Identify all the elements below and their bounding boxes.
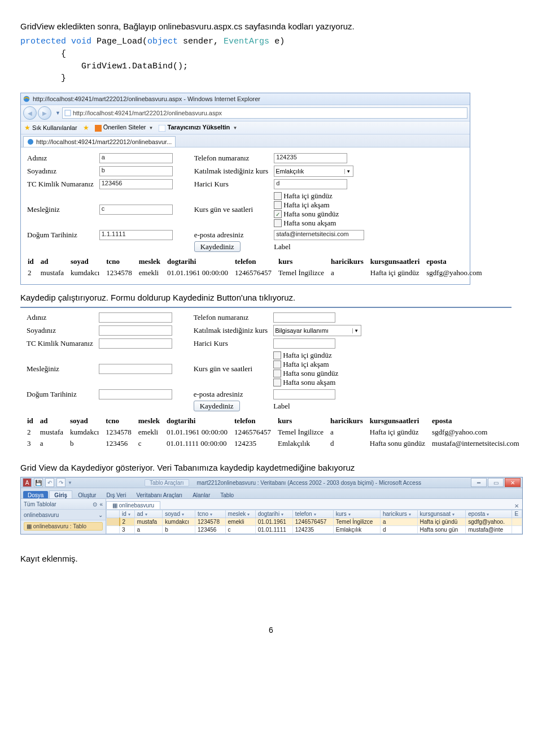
ie-titlebar: http://localhost:49241/mart222012/online… [21,93,470,105]
ie-window: http://localhost:49241/mart222012/online… [20,93,470,285]
col-kurs[interactable]: kurs▾ [333,510,380,518]
input-telefon-2[interactable] [273,312,335,323]
tab-fields[interactable]: Alanlar [188,491,215,498]
sheet-close-icon[interactable]: ✕ [511,503,522,509]
paragraph-4: Kayıt eklenmiş. [20,554,522,563]
label-harici: Harici Kurs [191,178,271,190]
sheet-tab[interactable]: ▦ onlinebasvuru [106,501,160,509]
tab-home[interactable]: Giriş [49,490,72,498]
ie-logo-icon [23,95,30,103]
window-title: mart2212onlinebasvuru : Veritabanı (Acce… [197,480,421,486]
svg-point-3 [28,139,33,145]
minimize-button[interactable]: ━ [471,478,487,487]
submit-button-2[interactable]: Kaydediniz [194,401,240,411]
input-dogum-2[interactable] [99,389,172,399]
nav-table-item[interactable]: ▦ onlinebasvuru : Tablo [24,522,103,531]
checkbox2-s1[interactable] [273,351,281,359]
col-kursgunsaat[interactable]: kursgunsaat▾ [417,510,466,518]
input-soyadiniz-2[interactable] [99,325,172,336]
checkbox-s2[interactable] [274,201,282,209]
label-dogum: Doğum Tarihiniz [24,229,97,241]
ie-tab-bar: http://localhost:49241/mart222012/online… [21,134,470,147]
table-row: 2mustafakumdakcı 1234578emekli01.01.1961… [24,427,523,438]
fav-add-button[interactable]: ★ [83,124,89,132]
nav-header[interactable]: Tüm Tablolar ⊙« [21,499,106,510]
dropdown-icon[interactable]: ▼ [55,110,60,116]
context-tab-label: Tablo Araçları [145,479,189,486]
checkbox2-s2[interactable] [273,360,281,368]
input-eposta[interactable]: stafa@internetsitecisi.com [274,230,364,240]
paragraph-3: Grid View da Kaydediyor gösteriyor. Veri… [20,463,522,472]
upgrade-browser-button[interactable]: Tarayıcınızı Yükseltin ▼ [159,124,237,131]
tab-create[interactable]: Oluştur [73,491,100,498]
favorites-button[interactable]: ★ Sık Kullanılanlar [24,124,77,132]
checkbox2-s4[interactable] [273,379,281,386]
back-button[interactable]: ◄ [23,106,37,120]
ie-address-bar: ◄ ► ▼ http://localhost:49241/mart222012/… [21,105,470,121]
input-dogum[interactable]: 1.1.1111 [99,230,173,240]
table-row: 2mustafakumdakcı 1234578emekli01.01.1961… [24,267,486,279]
url-field[interactable]: http://localhost:49241/mart222012/online… [62,107,467,119]
page-number: 6 [20,625,522,635]
col-telefon[interactable]: telefon▾ [292,510,333,518]
table-row[interactable]: 3ab 123456c01.01.1111 124235Emlakçılıkd … [107,526,522,534]
checkbox-s1[interactable] [274,192,282,200]
input-meslek[interactable]: c [99,205,173,215]
label-soyadiniz: Soyadınız [24,164,97,178]
col-ad[interactable]: ad▾ [134,510,163,518]
access-nav-pane: Tüm Tablolar ⊙« onlinebasvuru⌄ ▦ onlineb… [21,499,106,534]
gridview-2: idadsoyad tcnomeslekdogtarihi telefonkur… [24,415,523,449]
table-icon: ▦ [112,502,117,509]
maximize-button[interactable]: ▭ [488,478,504,487]
col-haricikurs[interactable]: haricikurs▾ [380,510,417,518]
col-dogtarihi[interactable]: dogtarihi▾ [255,510,292,518]
input-adiniz-2[interactable] [99,312,172,323]
access-datasheet: ▦ onlinebasvuru ✕ id▾ ad▾ soyad▾ tcno▾ m… [106,499,522,534]
submit-button[interactable]: Kaydediniz [194,241,241,252]
select-kurs-2[interactable]: Bilgisayar kullanımı▼ [273,325,361,336]
search-icon[interactable]: ⊙ [93,501,97,507]
col-extra[interactable]: E [512,510,522,518]
save-icon[interactable]: 💾 [34,478,43,487]
col-soyad[interactable]: soyad▾ [163,510,195,518]
page-icon [64,110,71,116]
label-saat: Kurs gün ve saatleri [191,190,271,229]
tab-table[interactable]: Tablo [216,491,238,498]
select-kurs[interactable]: Emlakçılık▼ [274,166,353,177]
tab-external[interactable]: Dış Veri [102,491,130,498]
col-meslek[interactable]: meslek▾ [225,510,255,518]
browser-tab[interactable]: http://localhost:49241/mart222012/online… [23,136,176,147]
input-meslek-2[interactable] [99,364,172,374]
table-row: 3ab 123456c01.01.1111 00:00:00 124235Eml… [24,438,523,449]
col-tcno[interactable]: tcno▾ [195,510,225,518]
close-button[interactable]: ✕ [505,478,521,487]
redo-icon[interactable]: ↷ [56,478,65,487]
access-quick-access-toolbar: A 💾 ↶ ↷ ▼ Tablo Araçları mart2212onlineb… [21,477,522,488]
input-adiniz[interactable]: a [99,153,173,163]
paragraph-2: Kaydedip çalıştırıyoruz. Formu doldurup … [20,293,522,302]
input-harici-2[interactable] [273,338,335,349]
undo-icon[interactable]: ↶ [45,478,54,487]
tab-dbtools[interactable]: Veritabanı Araçları [132,491,187,498]
input-harici[interactable]: d [274,179,347,189]
input-eposta-2[interactable] [273,389,335,399]
input-tc-2[interactable] [99,338,172,349]
suggested-sites-button[interactable]: Önerilen Siteler ▼ [95,124,154,131]
input-tc[interactable]: 123456 [99,179,173,189]
label-eposta: e-posta adresiniz [191,229,271,241]
column-header-row: id▾ ad▾ soyad▾ tcno▾ meslek▾ dogtarihi▾ … [107,510,522,518]
access-window: A 💾 ↶ ↷ ▼ Tablo Araçları mart2212onlineb… [20,477,523,535]
tab-file[interactable]: Dosya [23,491,48,498]
table-row[interactable]: 2 mustafakumdakcı1234578 emekli01.01.196… [107,518,522,526]
checkbox-s4[interactable] [274,219,282,227]
forward-button[interactable]: ► [38,106,51,120]
checkbox2-s3[interactable] [273,370,281,377]
svg-rect-2 [159,125,165,132]
input-telefon[interactable]: 124235 [274,153,347,163]
access-app-icon[interactable]: A [23,478,32,487]
input-soyadiniz[interactable]: b [99,166,173,176]
checkbox-s3[interactable]: ✓ [274,210,282,218]
nav-group[interactable]: onlinebasvuru⌄ [21,510,106,520]
col-id[interactable]: id▾ [120,510,135,518]
col-eposta[interactable]: eposta▾ [466,510,512,518]
